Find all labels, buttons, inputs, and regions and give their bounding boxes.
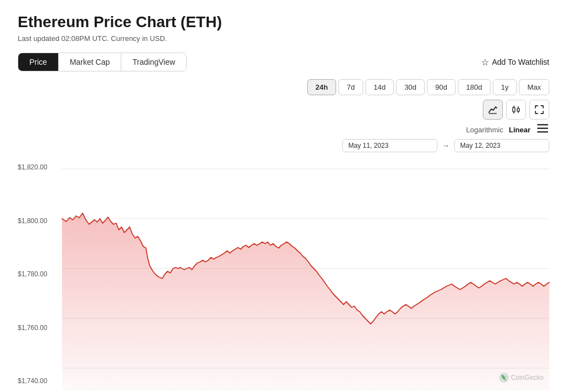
- fullscreen-button[interactable]: [529, 100, 549, 120]
- time-btn-30d[interactable]: 30d: [396, 79, 425, 95]
- candlestick-button[interactable]: [506, 100, 526, 120]
- svg-rect-4: [517, 109, 519, 111]
- date-from-input[interactable]: [342, 139, 437, 152]
- watchlist-label: Add To Watchlist: [492, 58, 550, 66]
- tab-price[interactable]: Price: [18, 53, 59, 71]
- svg-rect-9: [537, 131, 548, 133]
- tab-market-cap[interactable]: Market Cap: [59, 53, 121, 71]
- coingecko-watermark: 🦎 CoinGecko: [499, 373, 544, 383]
- y-label-1: $1,820.00: [18, 163, 62, 171]
- time-btn-24h[interactable]: 24h: [307, 79, 336, 95]
- y-axis: $1,820.00 $1,800.00 $1,780.00 $1,760.00 …: [18, 158, 62, 390]
- page-title: Ethereum Price Chart (ETH): [18, 13, 549, 31]
- y-label-5: $1,740.00: [18, 377, 62, 385]
- candlestick-icon: [511, 105, 521, 115]
- price-chart-svg: [62, 158, 549, 390]
- logarithmic-label[interactable]: Logarithmic: [466, 126, 503, 134]
- y-label-3: $1,780.00: [18, 270, 62, 278]
- time-btn-max[interactable]: Max: [519, 79, 549, 95]
- tab-tradingview[interactable]: TradingView: [121, 53, 186, 71]
- time-btn-180d[interactable]: 180d: [458, 79, 491, 95]
- time-btn-14d[interactable]: 14d: [365, 79, 394, 95]
- fullscreen-icon: [534, 105, 544, 115]
- line-chart-icon: [488, 105, 498, 115]
- time-btn-90d[interactable]: 90d: [427, 79, 456, 95]
- top-row: Price Market Cap TradingView ☆ Add To Wa…: [18, 53, 549, 71]
- y-label-2: $1,800.00: [18, 217, 62, 225]
- chart-tab-group: Price Market Cap TradingView: [18, 53, 187, 71]
- time-range-row: 24h 7d 14d 30d 90d 180d 1y Max: [18, 79, 549, 95]
- time-btn-7d[interactable]: 7d: [338, 79, 363, 95]
- coingecko-label: CoinGecko: [511, 374, 544, 381]
- svg-rect-7: [537, 124, 548, 126]
- date-arrow-icon: →: [442, 141, 450, 150]
- svg-rect-1: [513, 107, 515, 112]
- time-btn-1y[interactable]: 1y: [493, 79, 517, 95]
- hamburger-icon: [537, 124, 548, 133]
- date-to-input[interactable]: [454, 139, 549, 152]
- menu-button[interactable]: [536, 124, 549, 136]
- add-to-watchlist-button[interactable]: ☆ Add To Watchlist: [481, 57, 550, 68]
- scale-row: Logarithmic Linear: [18, 124, 549, 136]
- chart-controls-row: [18, 100, 549, 120]
- coingecko-logo: 🦎: [499, 373, 509, 383]
- star-icon: ☆: [481, 57, 489, 68]
- chart-inner: 🦎 CoinGecko: [62, 158, 549, 390]
- y-label-4: $1,760.00: [18, 324, 62, 332]
- line-chart-button[interactable]: [483, 100, 503, 120]
- date-range-row: →: [18, 139, 549, 152]
- linear-label[interactable]: Linear: [509, 126, 530, 134]
- svg-rect-8: [537, 128, 548, 130]
- subtitle: Last updated 02:08PM UTC. Currency in US…: [18, 34, 549, 43]
- chart-area: $1,820.00 $1,800.00 $1,780.00 $1,760.00 …: [18, 158, 549, 390]
